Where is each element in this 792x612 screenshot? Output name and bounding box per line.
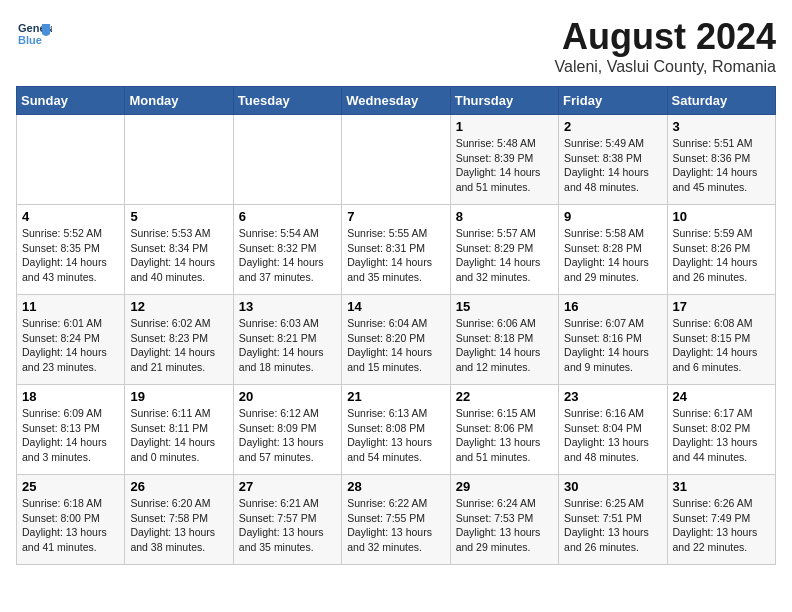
- day-info: Sunrise: 6:04 AM Sunset: 8:20 PM Dayligh…: [347, 316, 444, 375]
- calendar-cell: 27Sunrise: 6:21 AM Sunset: 7:57 PM Dayli…: [233, 475, 341, 565]
- day-number: 17: [673, 299, 770, 314]
- calendar-cell: 30Sunrise: 6:25 AM Sunset: 7:51 PM Dayli…: [559, 475, 667, 565]
- calendar-header-row: SundayMondayTuesdayWednesdayThursdayFrid…: [17, 87, 776, 115]
- day-number: 8: [456, 209, 553, 224]
- logo: General Blue: [16, 16, 52, 52]
- calendar-cell: 23Sunrise: 6:16 AM Sunset: 8:04 PM Dayli…: [559, 385, 667, 475]
- day-info: Sunrise: 5:57 AM Sunset: 8:29 PM Dayligh…: [456, 226, 553, 285]
- calendar-cell: 5Sunrise: 5:53 AM Sunset: 8:34 PM Daylig…: [125, 205, 233, 295]
- logo-icon: General Blue: [16, 16, 52, 52]
- day-info: Sunrise: 6:11 AM Sunset: 8:11 PM Dayligh…: [130, 406, 227, 465]
- location-subtitle: Valeni, Vaslui County, Romania: [555, 58, 776, 76]
- calendar-cell: [342, 115, 450, 205]
- calendar-cell: [17, 115, 125, 205]
- day-info: Sunrise: 6:24 AM Sunset: 7:53 PM Dayligh…: [456, 496, 553, 555]
- calendar-cell: [233, 115, 341, 205]
- day-number: 29: [456, 479, 553, 494]
- calendar-cell: 8Sunrise: 5:57 AM Sunset: 8:29 PM Daylig…: [450, 205, 558, 295]
- calendar-cell: 1Sunrise: 5:48 AM Sunset: 8:39 PM Daylig…: [450, 115, 558, 205]
- calendar-cell: 24Sunrise: 6:17 AM Sunset: 8:02 PM Dayli…: [667, 385, 775, 475]
- day-number: 9: [564, 209, 661, 224]
- day-number: 3: [673, 119, 770, 134]
- day-header-saturday: Saturday: [667, 87, 775, 115]
- calendar-cell: 26Sunrise: 6:20 AM Sunset: 7:58 PM Dayli…: [125, 475, 233, 565]
- day-number: 13: [239, 299, 336, 314]
- day-info: Sunrise: 5:59 AM Sunset: 8:26 PM Dayligh…: [673, 226, 770, 285]
- day-info: Sunrise: 6:21 AM Sunset: 7:57 PM Dayligh…: [239, 496, 336, 555]
- day-number: 27: [239, 479, 336, 494]
- calendar-cell: 29Sunrise: 6:24 AM Sunset: 7:53 PM Dayli…: [450, 475, 558, 565]
- calendar-cell: 21Sunrise: 6:13 AM Sunset: 8:08 PM Dayli…: [342, 385, 450, 475]
- calendar-cell: 7Sunrise: 5:55 AM Sunset: 8:31 PM Daylig…: [342, 205, 450, 295]
- day-info: Sunrise: 6:08 AM Sunset: 8:15 PM Dayligh…: [673, 316, 770, 375]
- day-info: Sunrise: 5:49 AM Sunset: 8:38 PM Dayligh…: [564, 136, 661, 195]
- day-number: 30: [564, 479, 661, 494]
- calendar-cell: 17Sunrise: 6:08 AM Sunset: 8:15 PM Dayli…: [667, 295, 775, 385]
- day-header-tuesday: Tuesday: [233, 87, 341, 115]
- day-info: Sunrise: 6:06 AM Sunset: 8:18 PM Dayligh…: [456, 316, 553, 375]
- calendar-cell: 3Sunrise: 5:51 AM Sunset: 8:36 PM Daylig…: [667, 115, 775, 205]
- day-header-monday: Monday: [125, 87, 233, 115]
- calendar-cell: [125, 115, 233, 205]
- day-number: 25: [22, 479, 119, 494]
- day-number: 21: [347, 389, 444, 404]
- day-info: Sunrise: 5:53 AM Sunset: 8:34 PM Dayligh…: [130, 226, 227, 285]
- day-number: 2: [564, 119, 661, 134]
- day-info: Sunrise: 5:55 AM Sunset: 8:31 PM Dayligh…: [347, 226, 444, 285]
- calendar-body: 1Sunrise: 5:48 AM Sunset: 8:39 PM Daylig…: [17, 115, 776, 565]
- day-info: Sunrise: 5:51 AM Sunset: 8:36 PM Dayligh…: [673, 136, 770, 195]
- day-info: Sunrise: 6:07 AM Sunset: 8:16 PM Dayligh…: [564, 316, 661, 375]
- day-info: Sunrise: 6:17 AM Sunset: 8:02 PM Dayligh…: [673, 406, 770, 465]
- month-title: August 2024: [555, 16, 776, 58]
- day-number: 4: [22, 209, 119, 224]
- day-info: Sunrise: 6:03 AM Sunset: 8:21 PM Dayligh…: [239, 316, 336, 375]
- day-info: Sunrise: 6:15 AM Sunset: 8:06 PM Dayligh…: [456, 406, 553, 465]
- calendar-cell: 12Sunrise: 6:02 AM Sunset: 8:23 PM Dayli…: [125, 295, 233, 385]
- calendar-cell: 28Sunrise: 6:22 AM Sunset: 7:55 PM Dayli…: [342, 475, 450, 565]
- day-number: 7: [347, 209, 444, 224]
- day-info: Sunrise: 6:01 AM Sunset: 8:24 PM Dayligh…: [22, 316, 119, 375]
- day-number: 15: [456, 299, 553, 314]
- calendar-cell: 11Sunrise: 6:01 AM Sunset: 8:24 PM Dayli…: [17, 295, 125, 385]
- day-header-thursday: Thursday: [450, 87, 558, 115]
- day-info: Sunrise: 6:25 AM Sunset: 7:51 PM Dayligh…: [564, 496, 661, 555]
- day-number: 12: [130, 299, 227, 314]
- calendar-cell: 19Sunrise: 6:11 AM Sunset: 8:11 PM Dayli…: [125, 385, 233, 475]
- day-number: 28: [347, 479, 444, 494]
- day-number: 18: [22, 389, 119, 404]
- calendar-cell: 6Sunrise: 5:54 AM Sunset: 8:32 PM Daylig…: [233, 205, 341, 295]
- day-number: 1: [456, 119, 553, 134]
- calendar-cell: 15Sunrise: 6:06 AM Sunset: 8:18 PM Dayli…: [450, 295, 558, 385]
- week-row-3: 11Sunrise: 6:01 AM Sunset: 8:24 PM Dayli…: [17, 295, 776, 385]
- week-row-1: 1Sunrise: 5:48 AM Sunset: 8:39 PM Daylig…: [17, 115, 776, 205]
- svg-text:Blue: Blue: [18, 34, 42, 46]
- day-number: 5: [130, 209, 227, 224]
- day-info: Sunrise: 6:09 AM Sunset: 8:13 PM Dayligh…: [22, 406, 119, 465]
- day-number: 10: [673, 209, 770, 224]
- calendar-cell: 22Sunrise: 6:15 AM Sunset: 8:06 PM Dayli…: [450, 385, 558, 475]
- calendar-cell: 9Sunrise: 5:58 AM Sunset: 8:28 PM Daylig…: [559, 205, 667, 295]
- calendar-cell: 25Sunrise: 6:18 AM Sunset: 8:00 PM Dayli…: [17, 475, 125, 565]
- calendar-cell: 2Sunrise: 5:49 AM Sunset: 8:38 PM Daylig…: [559, 115, 667, 205]
- day-number: 16: [564, 299, 661, 314]
- day-number: 20: [239, 389, 336, 404]
- day-number: 31: [673, 479, 770, 494]
- day-info: Sunrise: 6:18 AM Sunset: 8:00 PM Dayligh…: [22, 496, 119, 555]
- day-info: Sunrise: 6:26 AM Sunset: 7:49 PM Dayligh…: [673, 496, 770, 555]
- day-number: 23: [564, 389, 661, 404]
- day-info: Sunrise: 6:02 AM Sunset: 8:23 PM Dayligh…: [130, 316, 227, 375]
- calendar-cell: 18Sunrise: 6:09 AM Sunset: 8:13 PM Dayli…: [17, 385, 125, 475]
- day-info: Sunrise: 6:20 AM Sunset: 7:58 PM Dayligh…: [130, 496, 227, 555]
- calendar-cell: 20Sunrise: 6:12 AM Sunset: 8:09 PM Dayli…: [233, 385, 341, 475]
- day-number: 14: [347, 299, 444, 314]
- day-info: Sunrise: 5:52 AM Sunset: 8:35 PM Dayligh…: [22, 226, 119, 285]
- day-number: 11: [22, 299, 119, 314]
- calendar-table: SundayMondayTuesdayWednesdayThursdayFrid…: [16, 86, 776, 565]
- calendar-cell: 14Sunrise: 6:04 AM Sunset: 8:20 PM Dayli…: [342, 295, 450, 385]
- day-info: Sunrise: 5:54 AM Sunset: 8:32 PM Dayligh…: [239, 226, 336, 285]
- week-row-2: 4Sunrise: 5:52 AM Sunset: 8:35 PM Daylig…: [17, 205, 776, 295]
- week-row-5: 25Sunrise: 6:18 AM Sunset: 8:00 PM Dayli…: [17, 475, 776, 565]
- day-number: 26: [130, 479, 227, 494]
- day-number: 6: [239, 209, 336, 224]
- page-header: General Blue August 2024 Valeni, Vaslui …: [16, 16, 776, 76]
